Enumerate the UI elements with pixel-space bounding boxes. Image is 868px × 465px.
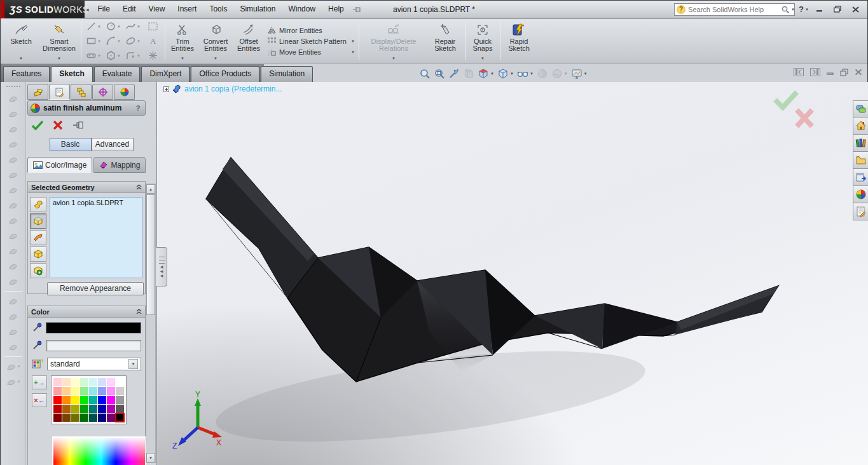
select-body-button[interactable] bbox=[30, 213, 46, 229]
freeform-icon[interactable] bbox=[4, 339, 23, 354]
palette-swatch[interactable] bbox=[71, 396, 79, 404]
menu-edit[interactable]: Edit bbox=[116, 1, 142, 18]
current-color-swatch[interactable] bbox=[46, 322, 141, 334]
solidworks-forum-button[interactable] bbox=[853, 100, 868, 118]
move-entities-dropdown-icon[interactable]: ▼ bbox=[351, 50, 355, 54]
tree-expand-icon[interactable] bbox=[163, 86, 169, 92]
view-orientation-icon[interactable]: ▼ bbox=[478, 68, 494, 79]
palette-swatch[interactable] bbox=[71, 414, 79, 422]
repair-sketch-button[interactable]: Repair Sketch bbox=[427, 20, 464, 62]
display-manager-tab[interactable] bbox=[114, 84, 135, 100]
toolbar-grip[interactable] bbox=[6, 86, 20, 88]
ellipse-button[interactable]: ▼ bbox=[123, 34, 142, 48]
selected-geometry-list[interactable]: avion 1 copia.SLDPRT bbox=[50, 197, 142, 278]
configuration-manager-tab[interactable] bbox=[71, 84, 92, 100]
tab-color-image[interactable]: Color/Image bbox=[27, 157, 92, 173]
palette-swatch[interactable] bbox=[53, 387, 62, 395]
apply-scene-icon[interactable]: ▼ bbox=[551, 68, 568, 79]
view-settings-icon[interactable]: ▼ bbox=[571, 68, 588, 79]
palette-swatch[interactable] bbox=[53, 396, 62, 404]
tab-sketch[interactable]: Sketch bbox=[51, 66, 92, 82]
remove-swatch-button[interactable]: ×← bbox=[32, 393, 47, 407]
feature-tree-root-label[interactable]: avion 1 copia (Predetermin... bbox=[184, 84, 282, 93]
color-header[interactable]: Color bbox=[28, 306, 145, 318]
palette-swatch[interactable] bbox=[80, 387, 88, 395]
move-entities-button[interactable]: Move Entities ▼ bbox=[267, 48, 355, 57]
knit-surface-icon[interactable] bbox=[4, 213, 23, 228]
feature-manager-tab[interactable] bbox=[27, 84, 48, 100]
palette-swatch[interactable] bbox=[89, 405, 97, 413]
panel-scrollbar[interactable]: ▲ ▼ bbox=[146, 184, 156, 463]
convert-dropdown-icon[interactable]: ▼ bbox=[214, 57, 217, 60]
palette-swatch[interactable] bbox=[116, 387, 124, 395]
spline-tools-icon[interactable]: ▼ bbox=[4, 374, 23, 389]
menu-view[interactable]: View bbox=[142, 1, 172, 18]
smart-dimension-button[interactable]: Smart Dimension ▼ bbox=[39, 20, 79, 62]
menu-window[interactable]: Window bbox=[282, 1, 322, 18]
palette-swatch[interactable] bbox=[80, 396, 88, 404]
custom-properties-button[interactable] bbox=[853, 203, 868, 220]
revolved-surface-icon[interactable] bbox=[4, 106, 23, 121]
palette-swatch[interactable] bbox=[98, 387, 106, 395]
tab-mapping[interactable]: Mapping bbox=[93, 157, 146, 173]
palette-swatch[interactable] bbox=[89, 414, 97, 422]
palette-swatch[interactable] bbox=[62, 405, 71, 413]
sketch-dropdown-icon[interactable]: ▼ bbox=[19, 57, 23, 60]
circle-button[interactable]: ▼ bbox=[104, 20, 123, 34]
move-face-icon[interactable] bbox=[4, 293, 23, 309]
search-submit-icon[interactable]: ▼ bbox=[781, 5, 795, 14]
view-palette-button[interactable] bbox=[853, 169, 868, 186]
palette-swatch[interactable] bbox=[62, 387, 71, 395]
offset-entities-button[interactable]: Offset Entities bbox=[233, 20, 265, 62]
pin-button[interactable] bbox=[72, 121, 85, 130]
section-view-icon[interactable] bbox=[463, 68, 474, 79]
text-button[interactable]: A bbox=[143, 34, 162, 48]
solidworks-resources-button[interactable] bbox=[853, 118, 868, 135]
sketch-picture-button[interactable] bbox=[143, 20, 162, 34]
curve-tools-icon[interactable]: ▼ bbox=[4, 359, 23, 374]
menu-insert[interactable]: Insert bbox=[171, 1, 203, 18]
appearances-scenes-button[interactable] bbox=[853, 186, 868, 203]
untrim-surface-icon[interactable] bbox=[4, 243, 23, 259]
palette-swatch[interactable] bbox=[80, 378, 88, 386]
aircraft-model[interactable] bbox=[157, 82, 868, 465]
doc-close-icon[interactable] bbox=[855, 69, 862, 76]
collapse-left-pane-icon[interactable] bbox=[794, 68, 804, 76]
rapid-sketch-button[interactable]: Rapid Sketch bbox=[502, 20, 536, 62]
display-delete-relations-button[interactable]: Display/Delete Relations ▼ bbox=[361, 20, 427, 62]
palette-swatch[interactable] bbox=[62, 414, 71, 422]
scroll-up-icon[interactable]: ▲ bbox=[146, 184, 155, 194]
help-icon[interactable]: ?▼ bbox=[799, 4, 809, 14]
extruded-surface-icon[interactable] bbox=[4, 198, 23, 213]
palette-swatch[interactable] bbox=[80, 405, 88, 413]
trim-dropdown-icon[interactable]: ▼ bbox=[181, 57, 184, 60]
palette-swatch[interactable] bbox=[116, 378, 124, 386]
menu-collapse-arrow-icon[interactable]: ◂ bbox=[86, 6, 89, 13]
palette-swatch[interactable] bbox=[80, 414, 88, 422]
boundary-surface-icon[interactable] bbox=[4, 152, 23, 167]
collapse-right-pane-icon[interactable] bbox=[810, 68, 820, 76]
tab-office-products[interactable]: Office Products bbox=[191, 66, 259, 82]
menu-tools[interactable]: Tools bbox=[203, 1, 233, 18]
slot-button[interactable]: ▼ bbox=[84, 49, 103, 63]
panel-help-icon[interactable]: ? bbox=[134, 104, 142, 112]
quick-snaps-dropdown-icon[interactable]: ▼ bbox=[481, 57, 485, 60]
arc-button[interactable]: ▼ bbox=[104, 34, 123, 48]
delete-face-icon[interactable] bbox=[4, 274, 23, 289]
palette-swatch[interactable] bbox=[62, 396, 71, 404]
close-window-icon[interactable] bbox=[848, 4, 862, 15]
remove-appearance-button[interactable]: Remove Appearance bbox=[47, 282, 144, 295]
replace-face-icon[interactable] bbox=[4, 309, 23, 324]
collapse-chevron-icon[interactable] bbox=[136, 309, 142, 314]
tab-dimxpert[interactable]: DimXpert bbox=[141, 66, 189, 82]
ok-button[interactable] bbox=[31, 120, 44, 130]
trim-entities-button[interactable]: Trim Entities ▼ bbox=[167, 20, 198, 62]
palette-swatch[interactable] bbox=[89, 387, 97, 395]
palette-swatch[interactable] bbox=[107, 396, 115, 404]
palette-swatch[interactable] bbox=[62, 378, 71, 386]
search-input[interactable] bbox=[685, 6, 781, 13]
dimxpert-manager-tab[interactable] bbox=[92, 84, 113, 100]
tab-simulation[interactable]: Simulation bbox=[261, 66, 313, 82]
quick-snaps-button[interactable]: Quick Snaps ▼ bbox=[467, 20, 499, 62]
palette-select-arrow-icon[interactable]: ▼ bbox=[128, 359, 138, 369]
